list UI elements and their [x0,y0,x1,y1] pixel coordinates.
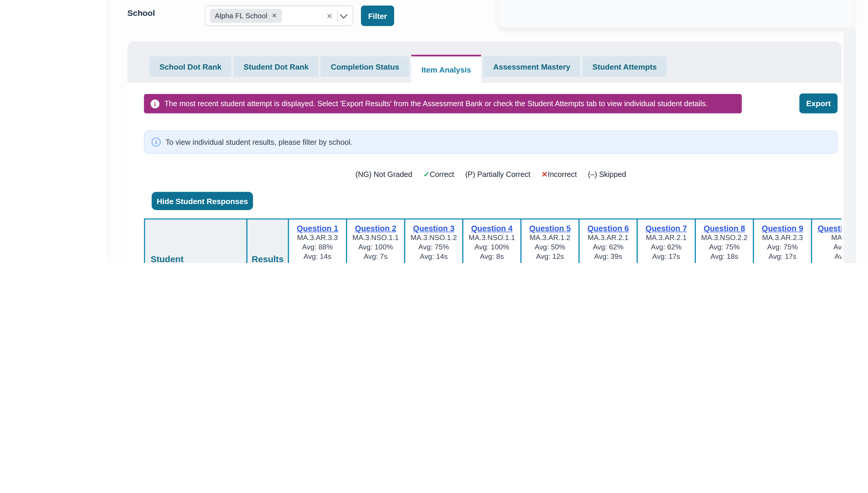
answer-distribution-chart: 5A1B0C0D- [812,263,842,263]
answer-distribution-chart: 3A0B4C1D- [521,263,578,263]
answer-distribution-chart: 8A0B0C0D- [463,263,520,263]
legend-item: (P) Partially Correct [465,170,530,179]
answer-distribution-chart: 2A6B0C0D- [696,263,753,263]
remove-tag-icon[interactable]: ✕ [271,12,277,19]
question-avg-time: Avg: 17s [638,252,695,261]
question-link[interactable]: Question 9 [754,224,811,233]
question-link[interactable]: Question 5 [521,224,578,233]
question-avg-time: Avg: 39s [580,252,637,261]
question-link[interactable]: Question 10 [812,224,842,233]
clear-select-icon[interactable]: ✕ [326,11,333,20]
question-column-header: Question 3MA.3.NSO.1.2Avg: 75%Avg: 14s2A… [405,219,463,263]
legend-item: ✓Correct [423,170,454,179]
question-column-header: Question 10MA.3.Avg:Avg5A1B0C0D- [812,219,842,263]
question-column-header: Question 5MA.3.AR.1.2Avg: 50%Avg: 12s3A0… [521,219,579,263]
tab-student-dot-rank[interactable]: Student Dot Rank [234,56,319,77]
attempt-info-banner: i The most recent student attempt is dis… [144,94,742,113]
question-column-header: Question 6MA.3.AR.2.1Avg: 62%Avg: 39s2A1… [579,219,637,263]
question-column-header: Question 8MA.3.NSO.2.2Avg: 75%Avg: 18s2A… [695,219,753,263]
question-standard: MA.3.NSO.2.2 [696,233,753,242]
question-avg-time: Avg [812,252,842,261]
question-standard: MA.3.AR.3.3 [289,233,346,242]
question-link[interactable]: Question 2 [347,224,404,233]
question-standard: MA.3.NSO.1.2 [405,233,462,242]
tab-assessment-mastery[interactable]: Assessment Mastery [483,56,581,77]
question-avg-score: Avg: 75% [405,242,462,252]
question-link[interactable]: Question 3 [405,224,462,233]
question-link[interactable]: Question 6 [580,224,637,233]
tab-item-analysis[interactable]: Item Analysis [411,55,481,83]
question-avg-time: Avg: 12s [521,252,578,261]
chevron-down-icon[interactable] [340,10,348,19]
question-avg-time: Avg: 8s [463,252,520,261]
answer-distribution-chart: 2A0B6C0D- [405,263,462,263]
x-icon: ✕ [542,170,548,179]
filter-button[interactable]: Filter [361,6,395,26]
filter-notice-text: To view individual student results, plea… [166,138,352,146]
item-analysis-table-wrap: StudentResultsQuestion 1MA.3.AR.3.3Avg: … [144,218,842,263]
question-avg-score: Avg: 75% [696,242,753,252]
student-column-header: Student [144,219,247,263]
question-link[interactable]: Question 8 [696,224,753,233]
selected-school-tag[interactable]: Alpha FL School ✕ [210,9,282,23]
question-avg-time: Avg: 17s [754,252,811,261]
question-standard: MA.3.NSO.1.1 [463,233,520,242]
attempt-info-text: The most recent student attempt is displ… [164,100,708,108]
page: School Alpha FL School ✕ ✕ Filter School… [0,0,868,263]
report-tabs: School Dot RankStudent Dot RankCompletio… [149,55,667,83]
question-link[interactable]: Question 4 [463,224,520,233]
question-link[interactable]: Question 1 [289,224,346,233]
question-avg-score: Avg: 75% [754,242,811,252]
question-column-header: Question 1MA.3.AR.3.3Avg: 88%Avg: 14s7✓0… [288,219,347,263]
question-avg-score: Avg: 62% [638,242,695,252]
info-circle-icon: i [152,138,161,147]
select-divider [337,10,338,22]
question-standard: MA.3.AR.2.3 [754,233,811,242]
question-avg-score: Avg: 100% [463,242,520,252]
legend-item: ✕Incorrect [542,170,577,179]
question-column-header: Question 7MA.3.AR.2.1Avg: 62%Avg: 17s0A3… [637,219,695,263]
export-button[interactable]: Export [800,93,837,113]
filter-notice: i To view individual student results, pl… [144,131,837,154]
question-avg-score: Avg: 88% [289,242,346,252]
check-icon: ✓ [423,170,429,179]
tab-completion-status[interactable]: Completion Status [321,56,409,77]
scrollbar-track[interactable] [844,28,856,263]
question-standard: MA.3.AR.2.1 [580,233,637,242]
report-card: School Dot RankStudent Dot RankCompletio… [127,42,842,263]
question-avg-score: Avg: 50% [521,242,578,252]
question-avg-score: Avg: 62% [580,242,637,252]
question-column-header: Question 4MA.3.NSO.1.1Avg: 100%Avg: 8s8A… [463,219,521,263]
tab-student-attempts[interactable]: Student Attempts [583,56,667,77]
hide-student-responses-button[interactable]: Hide Student Responses [152,192,253,210]
question-standard: MA.3. [812,233,842,242]
selected-school-tag-label: Alpha FL School [215,12,267,20]
question-standard: MA.3.NSO.1.1 [347,233,404,242]
answer-distribution-chart: 7✓0P1x0- [289,263,346,263]
result-legend: (NG) Not Graded✓Correct(P) Partially Cor… [144,170,837,179]
answer-distribution-chart: 6✓2P0x0- [754,263,811,263]
question-avg-time: Avg: 18s [696,252,753,261]
answer-distribution-chart: 2A1B0C5D- [580,263,637,263]
question-column-header: Question 2MA.3.NSO.1.1Avg: 100%Avg: 7s0A… [347,219,405,263]
question-avg-time: Avg: 14s [405,252,462,261]
legend-item: (–) Skipped [588,170,626,179]
question-avg-time: Avg: 7s [347,252,404,261]
results-table: StudentResultsQuestion 1MA.3.AR.3.3Avg: … [144,218,842,263]
top-right-panel [498,0,853,28]
question-link[interactable]: Question 7 [638,224,695,233]
question-standard: MA.3.AR.2.1 [638,233,695,242]
answer-distribution-chart: 0A0B8C0D- [347,263,404,263]
question-column-header: Question 9MA.3.AR.2.3Avg: 75%Avg: 17s6✓2… [753,219,812,263]
school-multiselect[interactable]: Alpha FL School ✕ ✕ [205,6,354,26]
answer-distribution-chart: 0A3B0C5D- [638,263,695,263]
school-filter-label: School [127,8,155,18]
tab-school-dot-rank[interactable]: School Dot Rank [149,56,231,77]
legend-item: (NG) Not Graded [356,170,412,179]
left-sidebar-edge [0,0,109,263]
question-avg-time: Avg: 14s [289,252,346,261]
question-standard: MA.3.AR.1.2 [521,233,578,242]
question-avg-score: Avg: 100% [347,242,404,252]
results-column-header: Results [247,219,288,263]
question-avg-score: Avg: [812,242,842,252]
